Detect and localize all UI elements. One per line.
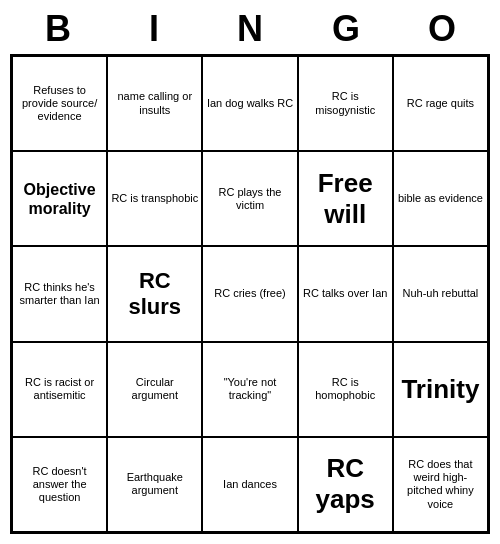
letter-n: N xyxy=(202,8,298,50)
bingo-cell: Circular argument xyxy=(107,342,202,437)
bingo-cell: "You're not tracking" xyxy=(202,342,297,437)
bingo-cell: RC cries (free) xyxy=(202,246,297,341)
bingo-header: B I N G O xyxy=(10,8,490,50)
bingo-grid: Refuses to provide source/ evidencename … xyxy=(10,54,490,534)
bingo-cell: RC is homophobic xyxy=(298,342,393,437)
bingo-cell: RC plays the victim xyxy=(202,151,297,246)
bingo-cell: RC slurs xyxy=(107,246,202,341)
bingo-cell: RC rage quits xyxy=(393,56,488,151)
bingo-cell: bible as evidence xyxy=(393,151,488,246)
bingo-cell: Free will xyxy=(298,151,393,246)
bingo-cell: RC is misogynistic xyxy=(298,56,393,151)
bingo-cell: Objective morality xyxy=(12,151,107,246)
bingo-cell: name calling or insults xyxy=(107,56,202,151)
bingo-cell: RC doesn't answer the question xyxy=(12,437,107,532)
bingo-cell: RC is transphobic xyxy=(107,151,202,246)
letter-o: O xyxy=(394,8,490,50)
bingo-cell: RC is racist or antisemitic xyxy=(12,342,107,437)
bingo-cell: RC yaps xyxy=(298,437,393,532)
bingo-cell: Earthquake argument xyxy=(107,437,202,532)
letter-g: G xyxy=(298,8,394,50)
letter-i: I xyxy=(106,8,202,50)
letter-b: B xyxy=(10,8,106,50)
bingo-cell: Ian dog walks RC xyxy=(202,56,297,151)
bingo-cell: Nuh-uh rebuttal xyxy=(393,246,488,341)
bingo-cell: RC does that weird high-pitched whiny vo… xyxy=(393,437,488,532)
bingo-cell: RC talks over Ian xyxy=(298,246,393,341)
bingo-cell: RC thinks he's smarter than Ian xyxy=(12,246,107,341)
bingo-cell: Refuses to provide source/ evidence xyxy=(12,56,107,151)
bingo-cell: Ian dances xyxy=(202,437,297,532)
bingo-cell: Trinity xyxy=(393,342,488,437)
